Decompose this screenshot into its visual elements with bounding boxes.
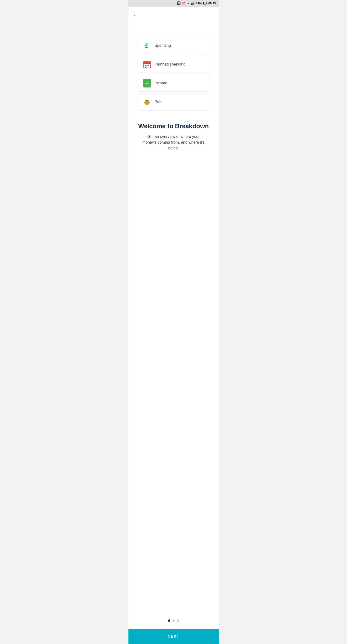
- status-icons: N ⏰ ▼ 34% 00:13: [177, 1, 216, 6]
- time-display: 00:13: [208, 2, 216, 5]
- svg-rect-17: [146, 67, 148, 68]
- menu-section: £ Spending Planned spending: [128, 23, 219, 118]
- income-menu-item[interactable]: Income: [138, 75, 209, 92]
- plus-icon: [143, 79, 151, 88]
- svg-rect-11: [145, 61, 146, 62]
- alarm-icon: ⏰: [182, 2, 186, 5]
- svg-rect-3: [192, 3, 192, 5]
- welcome-description: Get an overview of where your money's co…: [140, 134, 207, 151]
- screen: ← £ Spending: [128, 7, 219, 644]
- dot-2: [172, 620, 175, 622]
- spending-label: Spending: [155, 44, 171, 48]
- wifi-icon: ▼: [187, 2, 190, 5]
- pound-icon: £: [143, 41, 151, 50]
- next-button[interactable]: NEXT: [128, 629, 219, 644]
- svg-point-23: [145, 101, 147, 103]
- pots-menu-item[interactable]: Pots: [138, 94, 209, 110]
- pot-icon: [143, 98, 151, 106]
- battery-percent: 34%: [196, 2, 202, 5]
- svg-text:N: N: [178, 2, 180, 4]
- svg-rect-8: [206, 2, 207, 4]
- pots-label: Pots: [155, 100, 162, 104]
- signal-icon: [191, 2, 195, 6]
- svg-rect-4: [193, 2, 194, 5]
- svg-rect-7: [203, 2, 204, 4]
- pagination-dots: [128, 614, 219, 629]
- welcome-title: Welcome to Breakdown: [136, 122, 212, 130]
- svg-rect-14: [146, 65, 148, 66]
- dot-1: [168, 620, 170, 622]
- spending-menu-item[interactable]: £ Spending: [138, 37, 209, 54]
- planned-spending-label: Planned spending: [155, 62, 186, 66]
- nfc-icon: N: [177, 1, 181, 6]
- svg-rect-13: [145, 65, 146, 66]
- header: ←: [128, 7, 219, 23]
- svg-rect-16: [145, 67, 146, 68]
- battery-icon: [203, 2, 207, 5]
- income-label: Income: [155, 81, 167, 85]
- svg-rect-2: [191, 3, 192, 5]
- svg-rect-15: [148, 65, 149, 66]
- calendar-icon: [143, 60, 151, 69]
- back-button[interactable]: ←: [133, 10, 138, 21]
- planned-spending-menu-item[interactable]: Planned spending: [138, 56, 209, 73]
- svg-rect-10: [144, 62, 150, 64]
- dot-3: [177, 620, 179, 622]
- status-bar: N ⏰ ▼ 34% 00:13: [128, 0, 219, 7]
- svg-point-22: [145, 100, 149, 102]
- svg-rect-12: [148, 61, 149, 62]
- svg-rect-5: [194, 2, 194, 5]
- welcome-section: Welcome to Breakdown Get an overview of …: [128, 118, 219, 614]
